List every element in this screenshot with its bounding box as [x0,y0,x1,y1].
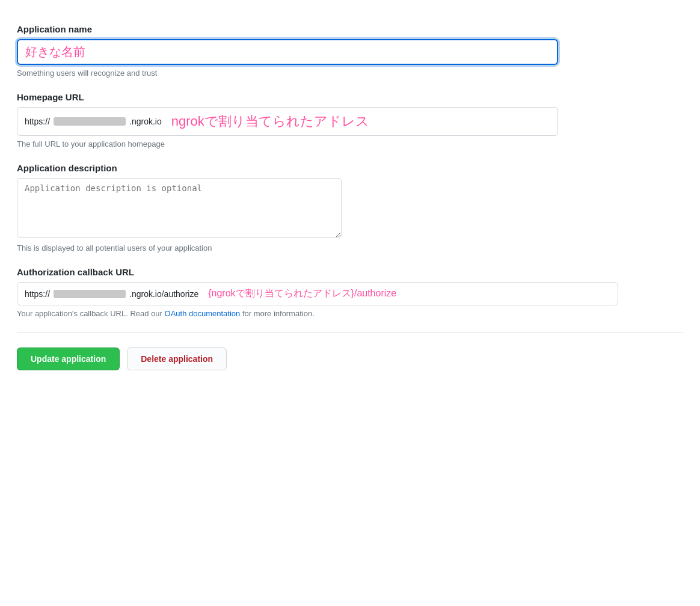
action-buttons: Update application Delete application [17,347,683,370]
callback-url-annotation: {ngrokで割り当てられたアドレス}/authorize [208,287,396,300]
app-description-textarea[interactable] [17,178,342,238]
callback-url-hint-before: Your application's callback URL. Read ou… [17,309,165,318]
app-name-input-wrapper [17,39,558,65]
app-name-input[interactable] [17,39,558,65]
oauth-documentation-link[interactable]: OAuth documentation [165,309,241,318]
callback-url-label: Authorization callback URL [17,267,683,277]
homepage-url-section: Homepage URL https:// .ngrok.io ngrokで割り… [17,92,683,148]
callback-url-field[interactable]: https:// .ngrok.io/authorize {ngrokで割り当て… [17,282,618,305]
app-name-section: Application name Something users will re… [17,24,683,78]
homepage-url-annotation: ngrokで割り当てられたアドレス [171,112,369,130]
callback-url-blur [54,290,126,298]
callback-url-hint-after: for more information. [240,309,315,318]
homepage-url-prefix: https:// [25,117,50,126]
callback-url-prefix: https:// [25,289,50,299]
homepage-url-hint: The full URL to your application homepag… [17,139,683,148]
app-description-hint: This is displayed to all potential users… [17,243,683,252]
callback-url-hint: Your application's callback URL. Read ou… [17,309,683,318]
section-divider [17,332,683,333]
app-name-label: Application name [17,24,683,34]
update-application-button[interactable]: Update application [17,347,120,370]
homepage-url-field[interactable]: https:// .ngrok.io ngrokで割り当てられたアドレス [17,107,558,136]
delete-application-button[interactable]: Delete application [127,347,227,370]
callback-url-section: Authorization callback URL https:// .ngr… [17,267,683,318]
app-name-hint: Something users will recognize and trust [17,69,683,78]
callback-url-domain: .ngrok.io/authorize [129,289,198,299]
homepage-url-blur [54,117,126,126]
homepage-url-label: Homepage URL [17,92,683,102]
homepage-url-domain: .ngrok.io [129,117,162,126]
app-description-label: Application description [17,163,683,173]
app-description-section: Application description This is displaye… [17,163,683,252]
